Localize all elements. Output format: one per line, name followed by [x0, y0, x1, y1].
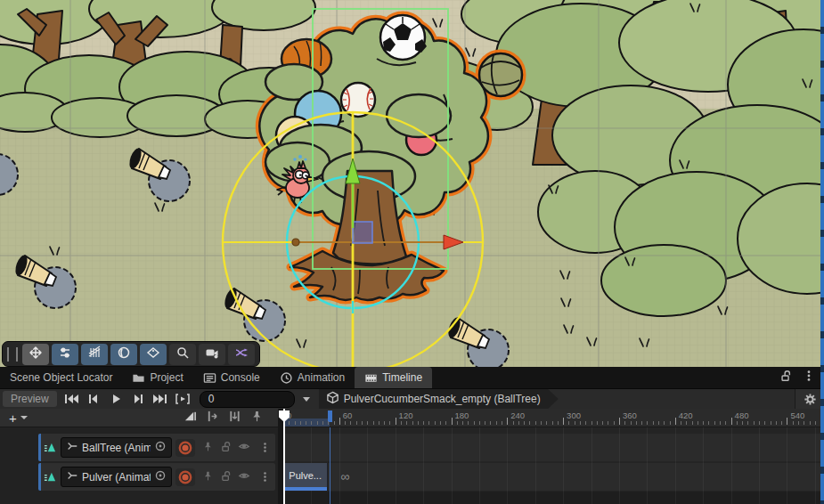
tabbar-menu-icon[interactable]	[803, 370, 815, 386]
timeline-content[interactable]: Pulve...∞ 060120180240300360420480540	[283, 409, 824, 504]
timeline-clip[interactable]: Pulve...	[283, 463, 328, 491]
playhead-line[interactable]	[283, 409, 285, 504]
go-to-end-button[interactable]	[150, 391, 172, 408]
editor-window: Scene Object Locator Project Console Ani…	[0, 0, 824, 504]
pin-icon[interactable]	[202, 440, 214, 456]
camera-tool-button[interactable]	[199, 344, 225, 365]
track-header-pulver[interactable]: Pulver (Animator)	[38, 463, 275, 491]
gizmo-pivot-dot[interactable]	[292, 239, 299, 246]
preview-toggle-button[interactable]: Preview	[3, 391, 57, 407]
breadcrumb-label: PulverCucumberSmack_empty (BallTree)	[344, 393, 541, 405]
track-binding-field[interactable]: BallTree (Animator)	[61, 437, 172, 458]
mixer-tool-button[interactable]	[52, 344, 78, 365]
tab-label: Timeline	[382, 371, 422, 384]
previous-frame-button[interactable]	[83, 391, 105, 408]
panel-tab-bar: Scene Object Locator Project Console Ani…	[0, 367, 824, 388]
mixer-icon	[58, 345, 72, 363]
camera-icon	[205, 345, 219, 363]
toolbar-drag-handle[interactable]	[7, 347, 18, 362]
right-edge-scrollbar[interactable]	[820, 0, 824, 504]
breadcrumb[interactable]: PulverCucumberSmack_empty (BallTree)	[319, 389, 559, 410]
frame-options-dropdown[interactable]	[303, 397, 310, 402]
timeline-panel: + BallTree (Animator)	[0, 409, 824, 504]
filmstrip-icon	[364, 371, 378, 385]
markers-toggle-button[interactable]	[250, 410, 264, 427]
add-track-button[interactable]: +	[0, 411, 35, 425]
track-lane-pulver[interactable]	[283, 463, 824, 491]
tab-animation[interactable]: Animation	[270, 367, 355, 388]
hatch-tool-button[interactable]	[81, 344, 108, 365]
go-to-start-button[interactable]	[61, 391, 83, 408]
volleyball[interactable]	[479, 53, 522, 96]
animator-track-icon	[44, 470, 57, 484]
mix-mode-button[interactable]	[184, 410, 197, 427]
sphere-icon	[117, 345, 131, 363]
prism-icon	[146, 345, 160, 363]
tab-label: Project	[150, 371, 183, 384]
timeline-empty-area	[283, 492, 824, 504]
record-button[interactable]	[175, 468, 195, 486]
track-name: Pulver (Animator)	[82, 471, 151, 484]
lock-icon[interactable]	[220, 440, 232, 456]
pin-icon[interactable]	[202, 469, 214, 485]
clip-infinity: ∞	[340, 463, 349, 491]
tab-project[interactable]: Project	[122, 367, 192, 388]
track-lane-balltree[interactable]	[283, 434, 824, 461]
move-tool-button[interactable]	[22, 344, 49, 365]
tab-label: Scene Object Locator	[10, 371, 112, 384]
eye-icon[interactable]	[238, 440, 250, 456]
shuffle-tool-button[interactable]	[228, 344, 255, 365]
clock-icon	[280, 371, 293, 385]
play-button[interactable]	[105, 391, 127, 408]
current-frame-input[interactable]: 0	[200, 391, 295, 408]
timeline-track-list: + BallTree (Animator)	[0, 409, 278, 504]
track-binding-field[interactable]: Pulver (Animator)	[61, 467, 172, 487]
track-menu-icon[interactable]	[257, 471, 273, 483]
record-button[interactable]	[175, 439, 195, 457]
folder-icon	[132, 371, 145, 385]
gizmo-plane-handle[interactable]	[353, 222, 372, 243]
shuffle-icon	[234, 345, 249, 363]
tab-console[interactable]: Console	[193, 367, 270, 388]
timeline-ruler[interactable]: 060120180240300360420480540	[283, 409, 824, 427]
soccer-ball[interactable]	[380, 15, 427, 60]
timeline-controls-row: Preview 0 PulverCucumberSmack_empty (Bal…	[0, 388, 824, 409]
plus-icon: +	[9, 411, 17, 425]
search-icon	[175, 345, 190, 363]
scene-viewport[interactable]	[0, 0, 824, 367]
clip-label: Pulve...	[283, 463, 327, 487]
tab-label: Console	[221, 371, 260, 384]
tab-label: Animation	[298, 371, 345, 384]
lock-icon[interactable]	[220, 469, 232, 485]
tab-scene-object-locator[interactable]: Scene Object Locator	[0, 367, 122, 388]
object-picker-icon[interactable]	[154, 440, 167, 456]
zoom-tool-button[interactable]	[169, 344, 196, 365]
move-tool-icon	[29, 345, 43, 363]
console-icon	[203, 371, 216, 385]
next-frame-button[interactable]	[127, 391, 150, 408]
hatch-icon	[87, 345, 102, 363]
prism-tool-button[interactable]	[140, 344, 167, 365]
binding-arrow-icon	[66, 440, 78, 456]
track-list-toolbar: +	[0, 409, 278, 427]
unlock-icon[interactable]	[779, 370, 792, 386]
play-range-button[interactable]	[172, 391, 194, 408]
track-header-balltree[interactable]: BallTree (Animator)	[38, 434, 275, 461]
eye-icon[interactable]	[238, 469, 250, 485]
track-menu-icon[interactable]	[257, 442, 273, 453]
cube-icon	[326, 391, 339, 407]
sphere-tool-button[interactable]	[110, 344, 137, 365]
scene-overlay-toolbar	[2, 341, 260, 367]
binding-arrow-icon	[66, 469, 78, 485]
duration-endline	[330, 427, 330, 504]
chevron-down-icon	[20, 416, 28, 419]
object-picker-icon[interactable]	[154, 469, 167, 485]
tab-timeline[interactable]: Timeline	[355, 367, 432, 388]
ripple-mode-button[interactable]	[206, 410, 219, 427]
animator-track-icon	[44, 441, 57, 454]
replace-mode-button[interactable]	[228, 410, 241, 427]
track-name: BallTree (Animator)	[82, 442, 151, 454]
